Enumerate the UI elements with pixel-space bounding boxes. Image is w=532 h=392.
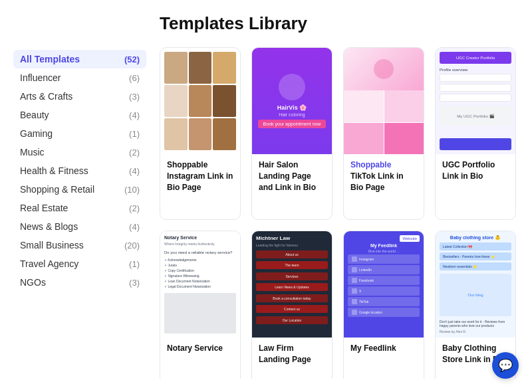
template-thumbnail: HairVis 🌸 Hair coloring Book your appoin… — [252, 48, 332, 154]
sidebar-label: Beauty — [20, 110, 49, 120]
template-thumbnail: UGC Creator Portfolio Profile overview M… — [436, 48, 515, 154]
template-card[interactable]: Michtner Law Leading the fight for fairn… — [251, 231, 332, 379]
sidebar-item-shopping---retail[interactable]: Shopping & Retail (10) — [13, 180, 146, 199]
sidebar-label: NGOs — [20, 277, 46, 288]
sidebar-item-arts---crafts[interactable]: Arts & Crafts (3) — [13, 87, 146, 106]
template-name: Notary Service — [167, 343, 233, 354]
template-name: UGC Portfolio Link in Bio — [442, 159, 509, 182]
template-info: UGC Portfolio Link in Bio — [436, 154, 515, 189]
sidebar-item-music[interactable]: Music (2) — [13, 143, 146, 161]
sidebar-count: (2) — [129, 147, 140, 157]
template-info: Shoppable TikTok Link in Bio Page — [344, 154, 424, 199]
template-info: Notary Service — [160, 338, 240, 361]
sidebar-item-influencer[interactable]: Influencer (6) — [13, 68, 146, 87]
template-thumbnail — [344, 48, 424, 154]
template-name: Hair Salon Landing Page and Link in Bio — [259, 159, 325, 193]
sidebar-item-small-business[interactable]: Small Business (20) — [13, 236, 146, 254]
template-info: Shoppable Instagram Link in Bio Page — [160, 154, 240, 199]
template-card[interactable]: UGC Creator Portfolio Profile overview M… — [435, 47, 516, 220]
sidebar-item-gaming[interactable]: Gaming (1) — [13, 124, 146, 143]
page-container: All Templates (52) Influencer (6) Arts &… — [0, 0, 532, 392]
template-thumbnail — [160, 48, 240, 154]
template-card[interactable]: Notary Service Where Integrity meets Aut… — [160, 231, 241, 379]
sidebar-item-travel-agency[interactable]: Travel Agency (1) — [13, 254, 146, 273]
sidebar-label: News & Blogs — [20, 221, 78, 232]
template-card[interactable]: Website My Feedlink Dive into the world … — [343, 231, 424, 379]
sidebar-label: Health & Fitness — [20, 165, 88, 176]
template-card[interactable]: Shoppable TikTok Link in Bio Page — [343, 47, 424, 220]
main-content: Templates Library Shoppable Instagram Li… — [160, 13, 519, 379]
sidebar-count: (52) — [124, 54, 140, 64]
sidebar-label: Shopping & Retail — [20, 184, 94, 195]
template-card[interactable]: Shoppable Instagram Link in Bio Page — [160, 47, 241, 220]
sidebar-item-all-templates[interactable]: All Templates (52) — [13, 50, 146, 68]
sidebar-label: Gaming — [20, 128, 53, 139]
sidebar: All Templates (52) Influencer (6) Arts &… — [13, 13, 146, 379]
template-name: Shoppable TikTok Link in Bio Page — [350, 159, 417, 193]
template-info: Hair Salon Landing Page and Link in Bio — [252, 154, 332, 199]
sidebar-label: Travel Agency — [20, 258, 78, 269]
sidebar-count: (6) — [129, 73, 140, 83]
template-info: My Feedlink — [344, 338, 424, 361]
sidebar-count: (10) — [124, 185, 140, 195]
sidebar-count: (4) — [129, 166, 140, 176]
template-name: My Feedlink — [350, 343, 417, 354]
page-title: Templates Library — [160, 13, 519, 34]
template-info: Law Firm Landing Page — [252, 338, 332, 372]
chat-icon: 💬 — [498, 358, 513, 373]
sidebar-count: (2) — [129, 203, 140, 213]
template-thumbnail: Notary Service Where Integrity meets Aut… — [160, 231, 240, 338]
template-grid: Shoppable Instagram Link in Bio Page Hai… — [160, 47, 519, 379]
sidebar-count: (3) — [129, 92, 140, 102]
sidebar-count: (3) — [129, 278, 140, 288]
sidebar-count: (20) — [124, 241, 140, 250]
sidebar-item-real-estate[interactable]: Real Estate (2) — [13, 199, 146, 217]
sidebar-label: Music — [20, 147, 45, 157]
sidebar-label: Real Estate — [20, 203, 68, 213]
sidebar-count: (4) — [129, 222, 140, 232]
template-name: Law Firm Landing Page — [259, 343, 325, 365]
template-thumbnail: Michtner Law Leading the fight for fairn… — [252, 231, 332, 338]
chat-button[interactable]: 💬 — [492, 352, 519, 379]
sidebar-item-beauty[interactable]: Beauty (4) — [13, 106, 146, 124]
template-card[interactable]: HairVis 🌸 Hair coloring Book your appoin… — [251, 47, 332, 220]
template-name: Shoppable Instagram Link in Bio Page — [167, 159, 233, 193]
sidebar-label: Arts & Crafts — [20, 91, 72, 102]
sidebar-count: (1) — [129, 129, 140, 139]
template-thumbnail: Website My Feedlink Dive into the world … — [344, 231, 424, 338]
sidebar-item-health---fitness[interactable]: Health & Fitness (4) — [13, 161, 146, 180]
sidebar-label: Influencer — [20, 72, 61, 83]
sidebar-label: All Templates — [20, 54, 80, 64]
template-thumbnail: Baby clothing store 👶 Latest Collection … — [436, 231, 515, 338]
sidebar-count: (4) — [129, 110, 140, 120]
sidebar-item-news---blogs[interactable]: News & Blogs (4) — [13, 217, 146, 236]
sidebar-label: Small Business — [20, 240, 84, 250]
sidebar-item-ngos[interactable]: NGOs (3) — [13, 273, 146, 292]
sidebar-count: (1) — [129, 259, 140, 269]
